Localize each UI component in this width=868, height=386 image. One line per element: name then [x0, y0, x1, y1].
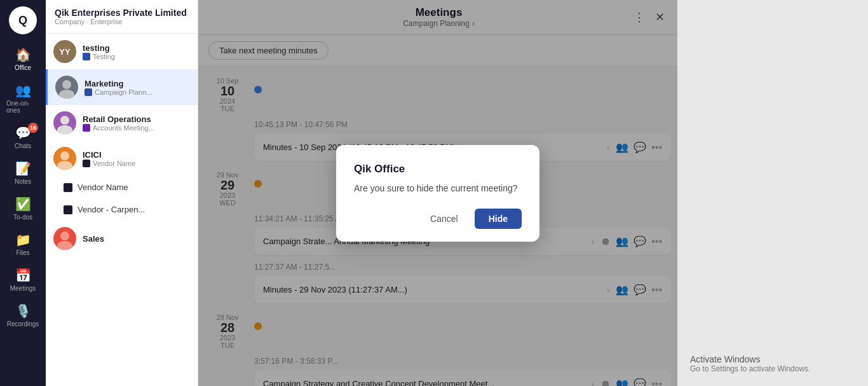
contact-sub-testing: Testing — [83, 53, 190, 60]
sidebar-label-meetings: Meetings — [10, 285, 36, 292]
contact-item-sales[interactable]: Sales — [46, 221, 198, 256]
contact-info-marketing: Marketing Campaign Plann... — [85, 79, 190, 96]
one-on-ones-icon: 👥 — [15, 83, 31, 98]
sidebar-label-todos: To-dos — [13, 214, 32, 221]
contact-item-retail[interactable]: Retail Operations Accounts Meeting... — [46, 105, 198, 141]
modal-actions: Cancel Hide — [354, 209, 522, 229]
svg-point-5 — [57, 161, 72, 170]
meetings-panel: Meetings Campaign Planning › ⋮ ✕ Take ne… — [198, 0, 677, 386]
svg-point-3 — [57, 125, 72, 134]
meetings-icon: 📅 — [15, 268, 31, 283]
sub-icon-testing — [83, 53, 90, 60]
contact-item-icici[interactable]: ICICI Vendor Name — [46, 141, 198, 176]
sidebar: Q 🏠 Office 👥 One-on-ones 16 💬 Chats 📝 No… — [0, 0, 46, 386]
modal-overlay: Qik Office Are you sure to hide the curr… — [198, 0, 677, 386]
app-logo[interactable]: Q — [9, 6, 37, 34]
notes-icon: 📝 — [15, 161, 31, 176]
contact-item-marketing[interactable]: Marketing Campaign Plann... — [46, 69, 198, 105]
sidebar-item-office[interactable]: 🏠 Office — [4, 43, 42, 75]
vendor-name-icon — [64, 183, 72, 192]
svg-point-4 — [60, 151, 69, 160]
vendor-carp-label: Vendor - Carpen... — [78, 205, 145, 214]
contact-info-testing: testing Testing — [83, 43, 190, 60]
avatar-marketing — [55, 76, 78, 99]
chats-badge: 16 — [28, 123, 38, 133]
marketing-avatar-img — [55, 76, 78, 99]
contact-name-sales: Sales — [83, 234, 190, 244]
contact-name-icici: ICICI — [83, 150, 190, 160]
vendor-name-label: Vendor Name — [78, 183, 128, 192]
vendor-carp-icon — [64, 205, 72, 214]
company-name: Qik Enterprises Private Limited — [55, 8, 189, 18]
activate-windows-title: Activate Windows — [690, 354, 855, 364]
sidebar-label-recordings: Recordings — [7, 321, 39, 327]
contact-sub-icici: Vendor Name — [83, 160, 190, 167]
sidebar-label-chats: Chats — [15, 142, 31, 149]
retail-avatar-img — [53, 111, 76, 134]
contact-name-testing: testing — [83, 43, 190, 53]
svg-point-2 — [60, 116, 69, 125]
hide-button[interactable]: Hide — [475, 209, 522, 229]
company-sub: Company · Enterprise — [55, 18, 189, 25]
office-icon: 🏠 — [15, 47, 31, 62]
svg-point-6 — [60, 231, 69, 240]
sidebar-label-notes: Notes — [15, 178, 31, 185]
sub-icon-retail — [83, 124, 90, 132]
contact-sub-retail: Accounts Meeting... — [83, 124, 190, 132]
company-header: Qik Enterprises Private Limited Company … — [46, 0, 198, 34]
avatar-retail — [53, 111, 76, 134]
sidebar-item-meetings[interactable]: 📅 Meetings — [4, 264, 42, 296]
contact-info-icici: ICICI Vendor Name — [83, 150, 190, 167]
sidebar-item-chats[interactable]: 16 💬 Chats — [4, 121, 42, 153]
contact-name-marketing: Marketing — [85, 79, 190, 88]
contact-info-sales: Sales — [83, 234, 190, 244]
sidebar-label-office: Office — [15, 64, 31, 71]
sidebar-item-todos[interactable]: ✅ To-dos — [4, 193, 42, 224]
files-icon: 📁 — [15, 232, 31, 247]
contact-info-retail: Retail Operations Accounts Meeting... — [83, 114, 190, 132]
contact-sub-vendor-carp[interactable]: Vendor - Carpen... — [46, 198, 198, 221]
contact-list: YY testing Testing Marketing — [46, 34, 198, 386]
svg-point-7 — [57, 241, 72, 250]
contact-item-testing[interactable]: YY testing Testing — [46, 34, 198, 69]
contact-sub-vendor[interactable]: Vendor Name — [46, 176, 198, 198]
sub-icon-marketing — [85, 88, 92, 96]
activate-windows-sub: Go to Settings to activate Windows. — [690, 364, 855, 373]
sidebar-label-files: Files — [16, 249, 29, 256]
contact-name-retail: Retail Operations — [83, 114, 190, 124]
sub-icon-icici — [83, 160, 90, 167]
avatar-testing: YY — [53, 40, 76, 63]
right-panel: Activate Windows Go to Settings to activ… — [677, 0, 868, 386]
activate-windows: Activate Windows Go to Settings to activ… — [690, 354, 855, 373]
sidebar-item-one-on-ones[interactable]: 👥 One-on-ones — [4, 79, 42, 118]
todos-icon: ✅ — [15, 196, 31, 212]
sidebar-label-one-on-ones: One-on-ones — [6, 100, 39, 114]
cancel-button[interactable]: Cancel — [421, 209, 467, 229]
recordings-icon: 🎙️ — [15, 303, 31, 319]
svg-point-1 — [59, 90, 74, 99]
sidebar-item-recordings[interactable]: 🎙️ Recordings — [4, 300, 42, 331]
modal-title: Qik Office — [354, 163, 522, 176]
avatar-icici — [53, 147, 76, 170]
sidebar-item-files[interactable]: 📁 Files — [4, 228, 42, 260]
modal-box: Qik Office Are you sure to hide the curr… — [336, 145, 539, 242]
sidebar-item-notes[interactable]: 📝 Notes — [4, 157, 42, 189]
icici-avatar-img — [53, 147, 76, 170]
sales-avatar-img — [53, 227, 76, 250]
contact-panel: Qik Enterprises Private Limited Company … — [46, 0, 198, 386]
svg-point-0 — [62, 80, 71, 89]
contact-sub-marketing: Campaign Plann... — [85, 88, 190, 96]
modal-message: Are you sure to hide the current meeting… — [354, 183, 522, 193]
avatar-sales — [53, 227, 76, 250]
